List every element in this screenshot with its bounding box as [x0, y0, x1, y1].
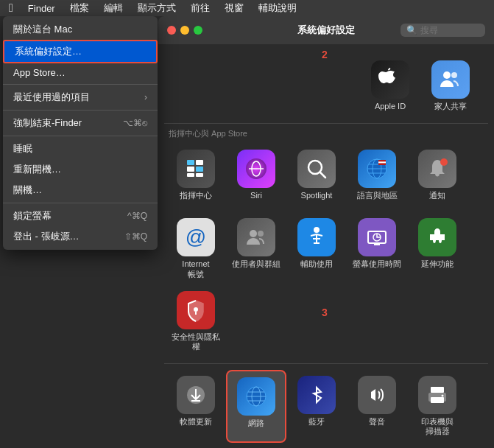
users-icon: [237, 218, 275, 256]
svg-line-12: [320, 172, 325, 178]
internet-icon: @: [177, 218, 215, 256]
icon-software-update[interactable]: 軟體更新: [166, 370, 226, 442]
apple-menu-button[interactable]: : [6, 1, 16, 15]
svg-rect-21: [378, 164, 386, 165]
prefs-content: Apple ID 家人共享 指揮中心與 App Store: [158, 44, 494, 448]
internet-label: Internet帳號: [182, 259, 209, 279]
icon-mouse[interactable]: 滑鼠: [286, 443, 347, 449]
step2-label: 2: [322, 49, 328, 60]
titlebar: 系統偏好設定 🔍: [158, 16, 494, 44]
svg-rect-20: [378, 161, 386, 163]
menubar-finder[interactable]: Finder: [25, 3, 58, 14]
menu-lock[interactable]: 鎖定螢幕 ^⌘Q: [3, 206, 158, 226]
search-icon: 🔍: [406, 25, 417, 35]
svg-point-32: [194, 307, 198, 312]
icon-internet[interactable]: @ Internet帳號: [166, 212, 226, 284]
fullscreen-button[interactable]: [194, 26, 202, 35]
icon-siri[interactable]: Siri: [226, 144, 286, 206]
printer-icon: [418, 376, 456, 414]
icon-family[interactable]: 家人共享: [420, 55, 481, 117]
icon-network[interactable]: 網路: [226, 370, 286, 442]
language-label: 語言與地區: [357, 191, 398, 200]
svg-point-1: [451, 72, 457, 78]
window-title: 系統偏好設定: [297, 24, 355, 37]
icon-trackpad[interactable]: 觸控式軌跡板: [226, 443, 286, 449]
icon-spotlight[interactable]: Spotlight: [286, 144, 347, 206]
svg-rect-42: [371, 392, 375, 398]
menu-shutdown[interactable]: 關機…: [3, 180, 158, 200]
svg-rect-7: [196, 173, 203, 177]
printer-label: 印表機與掃描器: [421, 417, 454, 436]
system-prefs-window: 系統偏好設定 🔍 2 3 Apple ID: [158, 16, 494, 448]
search-input[interactable]: [420, 25, 479, 35]
close-button[interactable]: [167, 26, 176, 35]
pointer-center-icon: [177, 150, 215, 188]
icon-bluetooth[interactable]: 藍牙: [286, 370, 347, 442]
menubar-help[interactable]: 輔助說明: [255, 1, 300, 15]
icon-sound[interactable]: 聲音: [347, 370, 407, 442]
icon-appleid[interactable]: Apple ID: [360, 55, 420, 117]
section-hardware: 軟體更新 網路: [164, 367, 488, 448]
svg-rect-5: [196, 167, 203, 172]
minimize-button[interactable]: [180, 26, 189, 35]
menubar:  Finder 檔案 編輯 顯示方式 前往 視窗 輔助說明: [0, 0, 494, 16]
svg-rect-45: [431, 397, 444, 403]
access-icon: [297, 218, 336, 256]
svg-rect-4: [187, 167, 194, 172]
svg-point-24: [258, 231, 264, 237]
icon-access[interactable]: 輔助使用: [286, 212, 347, 284]
spotlight-icon: [297, 150, 336, 188]
section-accounts: @ Internet帳號 使用者與群組: [164, 209, 488, 360]
network-icon: [237, 377, 275, 416]
traffic-lights: [167, 26, 202, 35]
step3-label: 3: [322, 307, 328, 318]
menu-about-mac[interactable]: 關於這台 Mac: [3, 19, 158, 40]
screentime-label: 螢幕使用時間: [353, 259, 401, 269]
menu-restart[interactable]: 重新開機…: [3, 159, 158, 180]
family-label: 家人共享: [434, 102, 467, 111]
svg-rect-6: [187, 173, 194, 177]
search-bar[interactable]: 🔍: [401, 24, 485, 37]
svg-point-25: [314, 227, 320, 233]
section-divider-1: [164, 123, 488, 124]
spotlight-label: Spotlight: [301, 191, 333, 200]
icon-language[interactable]: 語言與地區: [347, 144, 407, 206]
svg-rect-3: [196, 160, 203, 165]
icon-printer[interactable]: 印表機與掃描器: [407, 370, 467, 442]
icon-screentime[interactable]: 螢幕使用時間: [347, 212, 407, 284]
menu-sleep[interactable]: 睡眠: [3, 139, 158, 159]
family-icon: [431, 60, 470, 99]
icon-extensions[interactable]: 延伸功能: [407, 212, 467, 284]
notification-label: 通知: [429, 191, 445, 200]
menubar-go[interactable]: 前往: [188, 1, 213, 15]
menu-recent-items[interactable]: 最近使用過的項目 ›: [3, 87, 158, 108]
access-label: 輔助使用: [300, 259, 333, 269]
svg-point-22: [440, 158, 448, 166]
chevron-right-icon: ›: [144, 92, 147, 102]
menubar-edit[interactable]: 編輯: [101, 1, 126, 15]
menu-divider-2: [3, 110, 158, 111]
icon-keyboard[interactable]: 鍵盤: [166, 443, 226, 449]
notification-icon: [418, 150, 456, 188]
menu-logout[interactable]: 登出 - 張岐源… ⇧⌘Q: [3, 226, 158, 247]
security-label: 安全性與隱私權: [169, 332, 223, 351]
force-quit-shortcut: ⌥⌘⎋: [123, 118, 147, 128]
lock-shortcut: ^⌘Q: [127, 211, 147, 221]
section-account: Apple ID 家人共享: [164, 52, 488, 120]
menu-force-quit[interactable]: 強制結束-Finder ⌥⌘⎋: [3, 113, 158, 133]
menu-system-prefs[interactable]: 系統偏好設定…: [3, 40, 158, 63]
menubar-window[interactable]: 視窗: [222, 1, 247, 15]
icon-users[interactable]: 使用者與群組: [226, 212, 286, 284]
section-apps: 指揮中心 Siri: [164, 141, 488, 209]
menubar-view[interactable]: 顯示方式: [135, 1, 179, 15]
menubar-file[interactable]: 檔案: [67, 1, 92, 15]
bluetooth-label: 藍牙: [308, 417, 325, 427]
icon-notification[interactable]: 通知: [407, 144, 467, 206]
appleid-icon: [371, 60, 409, 99]
icon-security[interactable]: 安全性與隱私權: [166, 285, 226, 357]
menu-appstore[interactable]: App Store…: [3, 63, 158, 82]
apple-dropdown-menu: 關於這台 Mac 系統偏好設定… App Store… 最近使用過的項目 › 強…: [3, 16, 158, 250]
software-update-icon: [177, 376, 215, 414]
users-label: 使用者與群組: [232, 259, 280, 269]
icon-pointer-center[interactable]: 指揮中心: [166, 144, 226, 206]
